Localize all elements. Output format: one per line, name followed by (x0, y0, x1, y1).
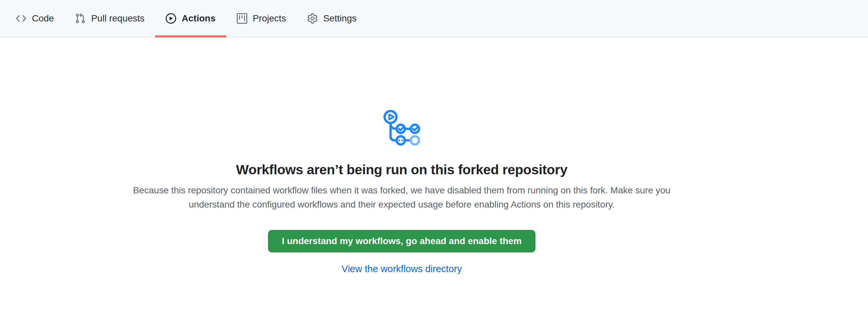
blankslate-title: Workflows aren’t being run on this forke… (236, 161, 567, 178)
project-board-icon (237, 13, 247, 24)
gear-icon (307, 13, 318, 24)
tab-label: Code (32, 13, 54, 24)
view-workflows-link[interactable]: View the workflows directory (341, 263, 462, 274)
tab-label: Settings (323, 13, 356, 24)
enable-workflows-button[interactable]: I understand my workflows, go ahead and … (268, 230, 535, 252)
tab-code[interactable]: Code (5, 0, 65, 37)
actions-disabled-panel: Workflows aren’t being run on this forke… (0, 37, 803, 274)
tab-actions[interactable]: Actions (155, 0, 226, 37)
tab-label: Projects (253, 13, 286, 24)
tab-pull-requests[interactable]: Pull requests (65, 0, 155, 37)
tab-settings[interactable]: Settings (297, 0, 367, 37)
repo-tab-bar: Code Pull requests Actions Projects (0, 0, 868, 37)
tab-label: Pull requests (91, 13, 145, 24)
tab-label: Actions (182, 13, 216, 24)
git-pull-request-icon (75, 13, 86, 24)
code-icon (16, 13, 26, 24)
tab-projects[interactable]: Projects (226, 0, 297, 37)
blankslate-description: Because this repository contained workfl… (117, 183, 687, 212)
workflow-graph-icon (383, 109, 421, 148)
blankslate: Workflows aren’t being run on this forke… (0, 37, 803, 274)
play-circle-icon (166, 13, 176, 24)
